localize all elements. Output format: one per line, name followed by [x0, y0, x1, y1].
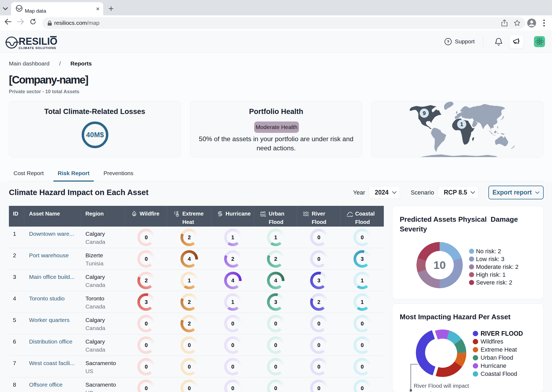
svg-text:1: 1: [460, 121, 463, 127]
svg-text:?: ?: [447, 39, 449, 44]
svg-text:9: 9: [423, 110, 426, 116]
svg-text:O: O: [50, 36, 57, 47]
svg-text:RESILI: RESILI: [19, 36, 50, 47]
svg-text:CLIMATE SOLUTIONS: CLIMATE SOLUTIONS: [19, 46, 56, 50]
